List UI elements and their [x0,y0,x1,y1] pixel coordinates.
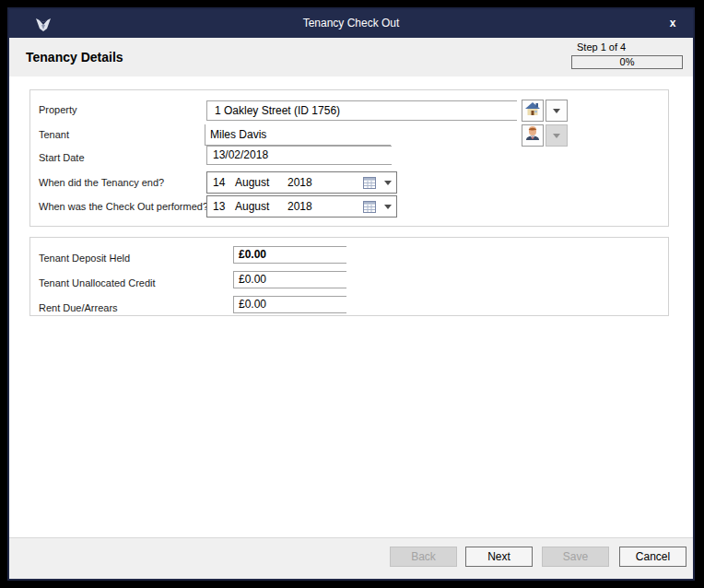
chevron-down-icon [384,181,392,185]
back-button[interactable]: Back [390,547,457,567]
title-bar: Tenancy Check Out x [9,9,693,38]
tenancy-end-label: When did the Tenancy end? [39,177,164,188]
chevron-down-icon [553,134,560,138]
next-button[interactable]: Next [465,547,533,567]
property-dropdown-button[interactable] [546,100,568,122]
checkout-date-label: When was the Check Out performed? [39,201,208,212]
checkout-datepicker[interactable]: 13 August 2018 [206,195,397,218]
wizard-footer: Back Next Save Cancel [9,537,693,579]
main-content: Property 1 Oakley Street (ID 1756) Tenan… [9,76,693,537]
financials-group [29,237,669,316]
save-button[interactable]: Save [542,547,609,567]
tenancy-end-year: 2018 [287,176,312,189]
deposit-held-input[interactable]: £0.00 [233,246,346,264]
wizard-header: Tenancy Details Step 1 of 4 0% [9,38,693,76]
tenant-dropdown-button[interactable] [546,124,568,147]
deposit-held-label: Tenant Deposit Held [39,253,130,264]
tenant-input[interactable]: Miles Davis [205,124,391,146]
rent-due-input[interactable]: £0.00 [233,296,346,313]
tenancy-end-month: August [235,176,269,189]
property-input[interactable]: 1 Oakley Street (ID 1756) [206,100,517,121]
rent-due-label: Rent Due/Arrears [39,302,118,313]
chevron-down-icon [384,205,392,209]
step-indicator: Step 1 of 4 [577,41,626,53]
tenant-label: Tenant [39,129,69,140]
calendar-icon [363,201,376,216]
close-icon[interactable]: x [662,9,684,38]
start-date-input[interactable]: 13/02/2018 [206,146,392,165]
checkout-day: 13 [213,200,225,213]
checkout-year: 2018 [287,200,312,213]
tenancy-end-day: 14 [213,176,225,189]
property-lookup-button[interactable] [522,100,544,122]
progress-bar: 0% [571,55,683,69]
tenancy-checkout-dialog: Tenancy Check Out x Tenancy Details Step… [7,7,695,581]
calendar-icon [363,177,376,192]
unallocated-credit-label: Tenant Unallocated Credit [39,277,156,288]
cancel-button[interactable]: Cancel [619,547,686,567]
property-label: Property [39,104,77,115]
checkout-month: August [235,200,269,213]
chevron-down-icon [553,109,560,113]
window-title: Tenancy Check Out [9,9,693,38]
person-icon [524,125,541,146]
house-icon [524,100,541,121]
tenancy-end-datepicker[interactable]: 14 August 2018 [206,171,397,194]
page-title: Tenancy Details [26,50,123,65]
unallocated-credit-input[interactable]: £0.00 [233,271,346,288]
tenant-lookup-button[interactable] [522,124,544,147]
start-date-label: Start Date [39,152,85,163]
progress-percent-label: 0% [572,56,682,68]
